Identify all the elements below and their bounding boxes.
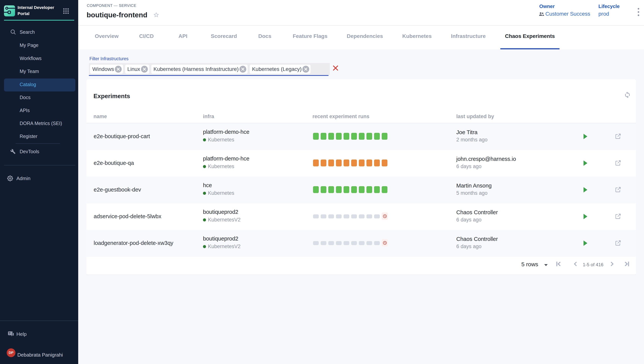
svg-text:?: ? <box>9 332 11 335</box>
